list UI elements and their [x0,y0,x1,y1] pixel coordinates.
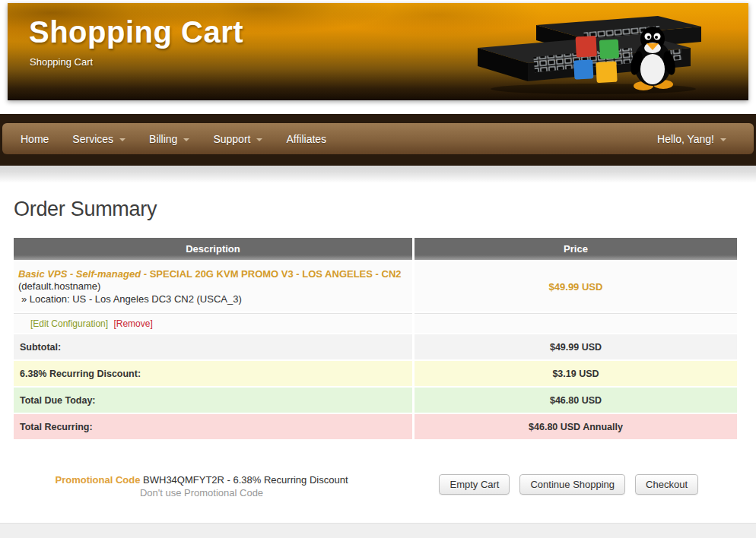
table-row-subtotal: Subtotal: $49.99 USD [14,334,737,359]
promo-label: Promotional Code [55,474,140,486]
chevron-down-icon [119,138,125,141]
main-content: Order Summary Description Price Basic VP… [0,182,756,523]
server-rack-image [464,8,715,96]
promo-code-text: BWH34QMFYT2R - 6.38% Recurring Discount [143,474,348,486]
subtotal-label: Subtotal: [14,334,412,359]
order-summary-table: Description Price Basic VPS - Self-manag… [11,236,739,441]
table-header-row: Description Price [14,238,737,260]
total-recurring-value: $46.80 USD Annually [415,414,737,439]
promo-section: Promotional Code BWH34QMFYT2R - 6.38% Re… [0,474,403,499]
page: Shopping Cart Shopping Cart [0,0,756,538]
table-row-discount: 6.38% Recurring Discount: $3.19 USD [14,361,737,386]
footer-strip [0,523,756,538]
chevron-down-icon [720,138,726,141]
nav-item-support[interactable]: Support [213,133,262,145]
table-row-config-links: [Edit Configuration] [Remove] [14,313,737,333]
nav-label: Home [21,133,49,145]
nav-band: Home Services Billing Support Affiliates… [0,114,756,166]
nav-label: Billing [149,133,177,145]
empty-cart-button[interactable]: Empty Cart [439,474,510,495]
total-recurring-label: Total Recurring: [14,414,412,439]
nav-right: Hello, Yang! [657,133,726,145]
config-links-spacer-cell [415,313,737,333]
nav-item-affiliates[interactable]: Affiliates [286,133,326,145]
config-links-cell: [Edit Configuration] [Remove] [14,313,412,333]
table-row-product: Basic VPS - Self-managed - SPECIAL 20G K… [14,261,737,312]
column-header-description: Description [14,238,412,260]
remove-link[interactable]: [Remove] [113,318,152,329]
product-location: » Location: US - Los Angeles DC3 CN2 (US… [18,293,406,305]
content-top-fade [0,166,756,182]
product-description-cell: Basic VPS - Self-managed - SPECIAL 20G K… [14,261,412,312]
total-due-label: Total Due Today: [14,388,412,413]
discount-label: 6.38% Recurring Discount: [14,361,412,386]
discount-value: $3.19 USD [415,361,737,386]
continue-shopping-button[interactable]: Continue Shopping [519,474,625,495]
main-nav: Home Services Billing Support Affiliates… [2,123,754,154]
edit-configuration-link[interactable]: [Edit Configuration] [30,318,108,329]
remove-promo-link[interactable]: Don't use Promotional Code [140,487,263,499]
column-header-price: Price [415,238,737,260]
nav-label: Affiliates [286,133,326,145]
checkout-button[interactable]: Checkout [635,474,698,495]
nav-item-home[interactable]: Home [21,133,49,145]
product-name-promo: - SPECIAL 20G KVM PROMO V3 - LOS ANGELES… [141,268,401,280]
product-hostname: (default.hostname) [18,280,100,292]
page-heading: Order Summary [14,198,756,221]
total-due-value: $46.80 USD [415,388,737,413]
header-banner: Shopping Cart Shopping Cart [8,3,748,100]
nav-item-services[interactable]: Services [72,133,125,145]
bottom-row: Promotional Code BWH34QMFYT2R - 6.38% Re… [0,474,756,499]
chevron-down-icon [183,138,189,141]
cart-actions: Empty Cart Continue Shopping Checkout [439,474,756,495]
table-row-total-recurring: Total Recurring: $46.80 USD Annually [14,414,737,439]
product-name-managed: Basic VPS - Self-managed [18,268,141,280]
chevron-down-icon [256,138,262,141]
product-name: Basic VPS - Self-managed - SPECIAL 20G K… [18,268,406,293]
nav-label: Services [72,133,113,145]
subtotal-value: $49.99 USD [415,334,737,359]
user-menu[interactable]: Hello, Yang! [657,133,726,145]
product-price: $49.99 USD [415,261,737,312]
promo-line: Promotional Code BWH34QMFYT2R - 6.38% Re… [0,474,403,486]
table-row-total-due: Total Due Today: $46.80 USD [14,388,737,413]
nav-item-billing[interactable]: Billing [149,133,189,145]
nav-label: Support [213,133,250,145]
user-menu-label: Hello, Yang! [657,133,714,145]
